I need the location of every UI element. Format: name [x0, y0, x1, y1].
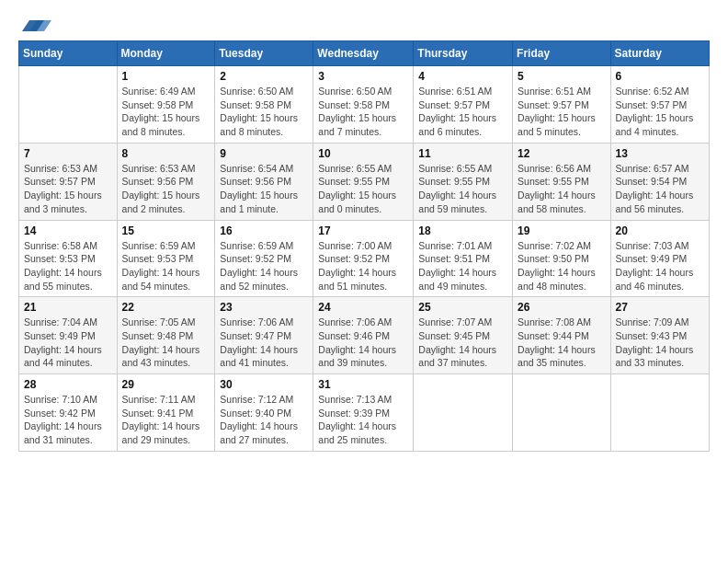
- calendar-cell: 13Sunrise: 6:57 AMSunset: 9:54 PMDayligh…: [610, 143, 709, 220]
- calendar-cell: 4Sunrise: 6:51 AMSunset: 9:57 PMDaylight…: [414, 66, 513, 144]
- day-info: Sunrise: 7:06 AMSunset: 9:46 PMDaylight:…: [318, 316, 408, 370]
- header-day-saturday: Saturday: [610, 41, 709, 66]
- header-day-sunday: Sunday: [19, 41, 118, 66]
- week-row-4: 21Sunrise: 7:04 AMSunset: 9:49 PMDayligh…: [19, 297, 710, 374]
- logo-icon: [22, 15, 51, 33]
- day-info: Sunrise: 6:55 AMSunset: 9:55 PMDaylight:…: [418, 162, 507, 216]
- day-info: Sunrise: 6:51 AMSunset: 9:57 PMDaylight:…: [418, 85, 507, 139]
- day-info: Sunrise: 7:05 AMSunset: 9:48 PMDaylight:…: [122, 316, 210, 370]
- day-number: 17: [318, 224, 408, 237]
- day-info: Sunrise: 7:12 AMSunset: 9:40 PMDaylight:…: [220, 393, 308, 447]
- calendar-cell: 27Sunrise: 7:09 AMSunset: 9:43 PMDayligh…: [610, 297, 709, 374]
- day-number: 6: [616, 70, 704, 83]
- day-number: 16: [220, 224, 308, 237]
- day-info: Sunrise: 7:02 AMSunset: 9:50 PMDaylight:…: [518, 239, 606, 293]
- calendar-cell: 23Sunrise: 7:06 AMSunset: 9:47 PMDayligh…: [215, 297, 313, 374]
- day-number: 23: [220, 301, 308, 314]
- calendar-cell: 30Sunrise: 7:12 AMSunset: 9:40 PMDayligh…: [215, 374, 313, 452]
- day-info: Sunrise: 6:59 AMSunset: 9:53 PMDaylight:…: [122, 239, 210, 293]
- header-day-tuesday: Tuesday: [215, 41, 313, 66]
- week-row-2: 7Sunrise: 6:53 AMSunset: 9:57 PMDaylight…: [19, 143, 710, 220]
- day-number: 28: [24, 378, 112, 391]
- calendar-cell: 7Sunrise: 6:53 AMSunset: 9:57 PMDaylight…: [19, 143, 118, 220]
- week-row-5: 28Sunrise: 7:10 AMSunset: 9:42 PMDayligh…: [19, 374, 710, 452]
- day-info: Sunrise: 7:08 AMSunset: 9:44 PMDaylight:…: [518, 316, 606, 370]
- calendar-table: SundayMondayTuesdayWednesdayThursdayFrid…: [18, 40, 710, 452]
- calendar-cell: 21Sunrise: 7:04 AMSunset: 9:49 PMDayligh…: [19, 297, 118, 374]
- day-number: 22: [122, 301, 210, 314]
- header-day-monday: Monday: [117, 41, 215, 66]
- calendar-cell: 25Sunrise: 7:07 AMSunset: 9:45 PMDayligh…: [414, 297, 513, 374]
- day-info: Sunrise: 6:50 AMSunset: 9:58 PMDaylight:…: [318, 85, 408, 139]
- calendar-cell: 28Sunrise: 7:10 AMSunset: 9:42 PMDayligh…: [19, 374, 118, 452]
- calendar-cell: 26Sunrise: 7:08 AMSunset: 9:44 PMDayligh…: [513, 297, 611, 374]
- calendar-cell: 19Sunrise: 7:02 AMSunset: 9:50 PMDayligh…: [513, 220, 611, 297]
- calendar-cell: [19, 66, 118, 144]
- day-number: 5: [518, 70, 606, 83]
- day-number: 21: [24, 301, 112, 314]
- calendar-cell: 15Sunrise: 6:59 AMSunset: 9:53 PMDayligh…: [117, 220, 215, 297]
- calendar-cell: [414, 374, 513, 452]
- day-number: 13: [616, 147, 704, 160]
- calendar-cell: 20Sunrise: 7:03 AMSunset: 9:49 PMDayligh…: [610, 220, 709, 297]
- day-info: Sunrise: 7:10 AMSunset: 9:42 PMDaylight:…: [24, 393, 112, 447]
- calendar-cell: 24Sunrise: 7:06 AMSunset: 9:46 PMDayligh…: [313, 297, 414, 374]
- calendar-cell: 31Sunrise: 7:13 AMSunset: 9:39 PMDayligh…: [313, 374, 414, 452]
- day-number: 14: [24, 224, 112, 237]
- header-day-wednesday: Wednesday: [313, 41, 414, 66]
- day-info: Sunrise: 6:53 AMSunset: 9:56 PMDaylight:…: [122, 162, 210, 216]
- calendar-cell: 22Sunrise: 7:05 AMSunset: 9:48 PMDayligh…: [117, 297, 215, 374]
- day-number: 11: [418, 147, 507, 160]
- day-number: 24: [318, 301, 408, 314]
- calendar-cell: [513, 374, 611, 452]
- day-number: 4: [418, 70, 507, 83]
- calendar-cell: 6Sunrise: 6:52 AMSunset: 9:57 PMDaylight…: [610, 66, 709, 144]
- header-day-friday: Friday: [513, 41, 611, 66]
- day-number: 7: [24, 147, 112, 160]
- header-row: SundayMondayTuesdayWednesdayThursdayFrid…: [19, 41, 710, 66]
- calendar-cell: 3Sunrise: 6:50 AMSunset: 9:58 PMDaylight…: [313, 66, 414, 144]
- day-info: Sunrise: 7:13 AMSunset: 9:39 PMDaylight:…: [318, 393, 408, 447]
- day-info: Sunrise: 7:03 AMSunset: 9:49 PMDaylight:…: [616, 239, 704, 293]
- day-info: Sunrise: 6:52 AMSunset: 9:57 PMDaylight:…: [616, 85, 704, 139]
- day-info: Sunrise: 7:09 AMSunset: 9:43 PMDaylight:…: [616, 316, 704, 370]
- day-info: Sunrise: 6:50 AMSunset: 9:58 PMDaylight:…: [220, 85, 308, 139]
- week-row-1: 1Sunrise: 6:49 AMSunset: 9:58 PMDaylight…: [19, 66, 710, 144]
- day-number: 26: [518, 301, 606, 314]
- day-number: 19: [518, 224, 606, 237]
- calendar-cell: 1Sunrise: 6:49 AMSunset: 9:58 PMDaylight…: [117, 66, 215, 144]
- calendar-cell: 5Sunrise: 6:51 AMSunset: 9:57 PMDaylight…: [513, 66, 611, 144]
- day-info: Sunrise: 7:06 AMSunset: 9:47 PMDaylight:…: [220, 316, 308, 370]
- week-row-3: 14Sunrise: 6:58 AMSunset: 9:53 PMDayligh…: [19, 220, 710, 297]
- calendar-cell: [610, 374, 709, 452]
- day-info: Sunrise: 6:49 AMSunset: 9:58 PMDaylight:…: [122, 85, 210, 139]
- day-number: 25: [418, 301, 507, 314]
- day-number: 18: [418, 224, 507, 237]
- day-number: 31: [318, 378, 408, 391]
- calendar-cell: 9Sunrise: 6:54 AMSunset: 9:56 PMDaylight…: [215, 143, 313, 220]
- calendar-cell: 12Sunrise: 6:56 AMSunset: 9:55 PMDayligh…: [513, 143, 611, 220]
- day-number: 27: [616, 301, 704, 314]
- calendar-cell: 11Sunrise: 6:55 AMSunset: 9:55 PMDayligh…: [414, 143, 513, 220]
- day-info: Sunrise: 7:01 AMSunset: 9:51 PMDaylight:…: [418, 239, 507, 293]
- day-info: Sunrise: 6:53 AMSunset: 9:57 PMDaylight:…: [24, 162, 112, 216]
- day-number: 12: [518, 147, 606, 160]
- day-number: 20: [616, 224, 704, 237]
- day-number: 10: [318, 147, 408, 160]
- day-number: 30: [220, 378, 308, 391]
- logo: [18, 15, 51, 33]
- calendar-cell: 17Sunrise: 7:00 AMSunset: 9:52 PMDayligh…: [313, 220, 414, 297]
- header-day-thursday: Thursday: [414, 41, 513, 66]
- day-info: Sunrise: 7:11 AMSunset: 9:41 PMDaylight:…: [122, 393, 210, 447]
- calendar-cell: 16Sunrise: 6:59 AMSunset: 9:52 PMDayligh…: [215, 220, 313, 297]
- day-info: Sunrise: 6:59 AMSunset: 9:52 PMDaylight:…: [220, 239, 308, 293]
- calendar-cell: 18Sunrise: 7:01 AMSunset: 9:51 PMDayligh…: [414, 220, 513, 297]
- day-info: Sunrise: 7:07 AMSunset: 9:45 PMDaylight:…: [418, 316, 507, 370]
- day-number: 3: [318, 70, 408, 83]
- calendar-cell: 10Sunrise: 6:55 AMSunset: 9:55 PMDayligh…: [313, 143, 414, 220]
- calendar-cell: 29Sunrise: 7:11 AMSunset: 9:41 PMDayligh…: [117, 374, 215, 452]
- day-number: 2: [220, 70, 308, 83]
- day-number: 1: [122, 70, 210, 83]
- calendar-cell: 2Sunrise: 6:50 AMSunset: 9:58 PMDaylight…: [215, 66, 313, 144]
- day-number: 8: [122, 147, 210, 160]
